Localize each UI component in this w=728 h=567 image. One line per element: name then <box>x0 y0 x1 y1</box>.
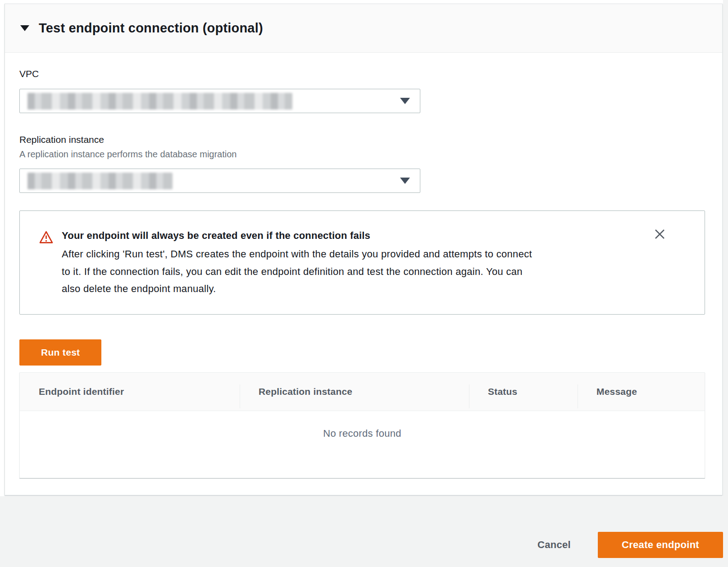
vpc-label: VPC <box>19 68 709 80</box>
section-header-toggle[interactable]: Test endpoint connection (optional) <box>5 4 722 53</box>
close-icon[interactable] <box>652 226 668 242</box>
create-endpoint-button[interactable]: Create endpoint <box>598 532 723 558</box>
run-test-button[interactable]: Run test <box>19 339 101 366</box>
caret-down-icon <box>400 178 410 184</box>
table-header-row: Endpoint identifier Replication instance… <box>20 373 705 411</box>
column-divider <box>240 384 240 408</box>
replication-instance-description: A replication instance performs the data… <box>19 148 709 160</box>
warning-triangle-icon <box>39 230 53 298</box>
caret-down-icon <box>400 98 410 104</box>
section-collapse-caret-down-icon[interactable] <box>20 25 29 31</box>
warning-alert: Your endpoint will always be created eve… <box>19 210 705 315</box>
vpc-field: VPC <box>19 68 709 113</box>
replication-instance-label: Replication instance <box>19 133 709 146</box>
empty-state-text: No records found <box>20 411 705 439</box>
column-header-replication-instance: Replication instance <box>240 373 469 411</box>
warning-body-line: also delete the endpoint manually. <box>62 280 532 298</box>
test-endpoint-connection-panel: Test endpoint connection (optional) VPC … <box>5 4 723 495</box>
column-header-status: Status <box>469 373 578 411</box>
replication-instance-field: Replication instance A replication insta… <box>19 133 709 193</box>
warning-title: Your endpoint will always be created eve… <box>62 229 532 242</box>
page-right-gutter <box>723 0 728 496</box>
vpc-select[interactable] <box>19 89 420 113</box>
section-title: Test endpoint connection (optional) <box>39 21 263 36</box>
warning-text: Your endpoint will always be created eve… <box>62 229 532 298</box>
test-results-table: Endpoint identifier Replication instance… <box>19 372 705 478</box>
vpc-redacted-value <box>27 93 292 110</box>
column-divider <box>578 384 578 408</box>
table-body: No records found <box>20 411 705 478</box>
replication-instance-select[interactable] <box>19 169 420 193</box>
column-header-message: Message <box>578 373 705 411</box>
warning-body-line: to it. If the connection fails, you can … <box>62 263 532 281</box>
column-header-endpoint-identifier: Endpoint identifier <box>20 373 240 411</box>
replication-instance-redacted-value <box>27 173 173 189</box>
cancel-button[interactable]: Cancel <box>524 532 584 558</box>
page-footer: Cancel Create endpoint <box>0 496 728 567</box>
section-content: VPC Replication instance A replication i… <box>5 53 722 478</box>
warning-body-line: After clicking 'Run test', DMS creates t… <box>62 246 532 263</box>
column-divider <box>469 384 469 408</box>
